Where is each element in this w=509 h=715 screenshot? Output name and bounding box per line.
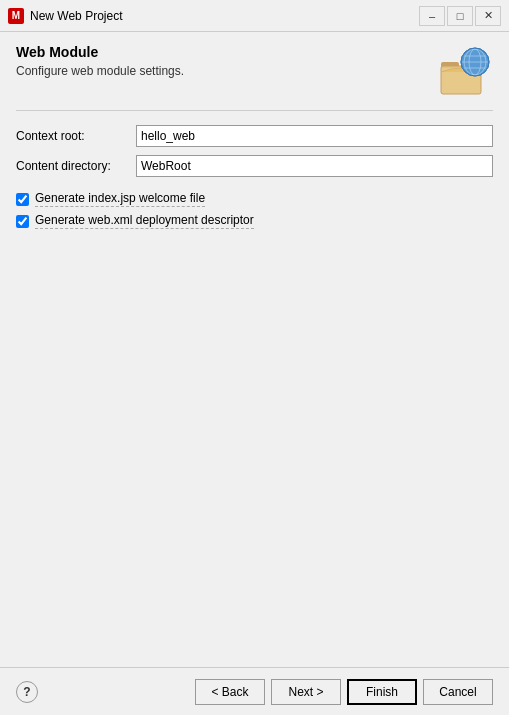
generate-xml-checkbox[interactable] <box>16 215 29 228</box>
header-section: Web Module Configure web module settings… <box>16 44 493 111</box>
context-root-row: Context root: <box>16 125 493 147</box>
generate-xml-label[interactable]: Generate web.xml deployment descriptor <box>35 213 254 229</box>
form-section: Context root: Content directory: <box>16 125 493 177</box>
context-root-input[interactable] <box>136 125 493 147</box>
back-button[interactable]: < Back <box>195 679 265 705</box>
checkbox-section: Generate index.jsp welcome file Generate… <box>16 191 493 229</box>
page-title: Web Module <box>16 44 184 60</box>
bottom-right: < Back Next > Finish Cancel <box>195 679 493 705</box>
generate-xml-row: Generate web.xml deployment descriptor <box>16 213 493 229</box>
content-directory-label: Content directory: <box>16 159 136 173</box>
header-text: Web Module Configure web module settings… <box>16 44 184 78</box>
window-title: New Web Project <box>30 9 419 23</box>
close-button[interactable]: ✕ <box>475 6 501 26</box>
next-button[interactable]: Next > <box>271 679 341 705</box>
content-directory-row: Content directory: <box>16 155 493 177</box>
content-directory-input[interactable] <box>136 155 493 177</box>
window-controls: – □ ✕ <box>419 6 501 26</box>
help-button[interactable]: ? <box>16 681 38 703</box>
context-root-label: Context root: <box>16 129 136 143</box>
globe-folder-svg <box>437 44 493 100</box>
generate-jsp-label[interactable]: Generate index.jsp welcome file <box>35 191 205 207</box>
page-subtitle: Configure web module settings. <box>16 64 184 78</box>
bottom-bar: ? < Back Next > Finish Cancel <box>0 667 509 715</box>
generate-jsp-checkbox[interactable] <box>16 193 29 206</box>
content-area <box>16 235 493 605</box>
maximize-button[interactable]: □ <box>447 6 473 26</box>
header-icon <box>437 44 493 100</box>
cancel-button[interactable]: Cancel <box>423 679 493 705</box>
generate-jsp-row: Generate index.jsp welcome file <box>16 191 493 207</box>
dialog-body: Web Module Configure web module settings… <box>0 32 509 715</box>
finish-button[interactable]: Finish <box>347 679 417 705</box>
minimize-button[interactable]: – <box>419 6 445 26</box>
title-bar: M New Web Project – □ ✕ <box>0 0 509 32</box>
app-icon: M <box>8 8 24 24</box>
bottom-left: ? <box>16 681 38 703</box>
